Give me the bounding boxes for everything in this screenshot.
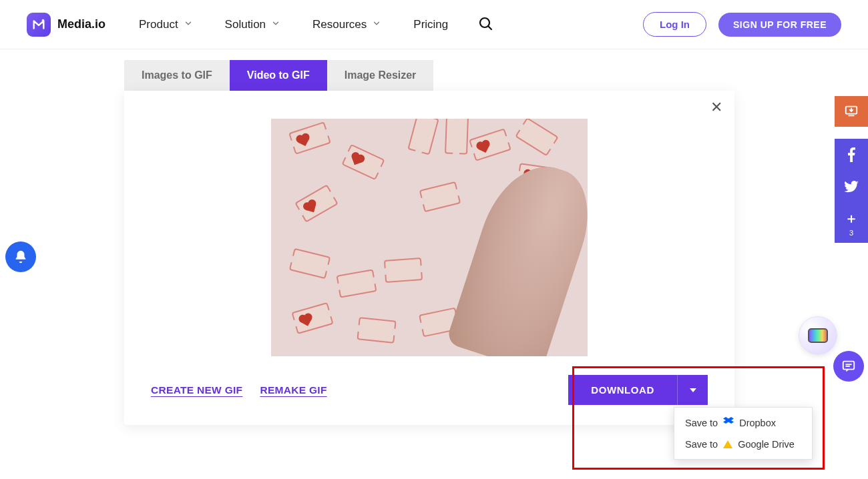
download-button[interactable]: DOWNLOAD	[568, 375, 677, 405]
save-to-dropbox[interactable]: Save to Dropbox	[674, 412, 812, 434]
rail-more-share[interactable]: ＋ 3	[835, 203, 868, 243]
nav-solution[interactable]: Solution	[225, 18, 280, 31]
download-menu-toggle[interactable]	[677, 375, 708, 405]
signup-button[interactable]: SIGN UP FOR FREE	[718, 13, 841, 37]
chat-icon	[841, 359, 856, 374]
chevron-down-icon	[372, 18, 381, 31]
nav-resources[interactable]: Resources	[312, 18, 381, 31]
rail-download-icon[interactable]	[835, 96, 868, 127]
svg-rect-5	[843, 362, 855, 370]
bell-icon	[13, 250, 28, 264]
download-dropdown: Save to Dropbox Save to Google Drive	[674, 407, 813, 460]
chevron-down-icon	[271, 18, 280, 31]
dd-prefix: Save to	[685, 439, 718, 450]
tab-images-to-gif[interactable]: Images to GIF	[124, 60, 230, 91]
share-count: 3	[849, 229, 853, 237]
rail-facebook-icon[interactable]	[835, 139, 868, 171]
download-group: DOWNLOAD	[568, 375, 708, 405]
chevron-down-icon	[184, 18, 193, 31]
notifications-button[interactable]	[5, 242, 36, 272]
assistant-button[interactable]	[799, 316, 837, 355]
tool-tabs: Images to GIF Video to GIF Image Resizer	[124, 60, 868, 91]
svg-line-2	[489, 26, 492, 29]
header-auth: Log In SIGN UP FOR FREE	[643, 12, 841, 37]
header: Media.io Product Solution Resources Pric…	[0, 0, 868, 49]
rail-twitter-icon[interactable]	[835, 171, 868, 203]
svg-point-0	[42, 19, 45, 21]
tab-video-to-gif[interactable]: Video to GIF	[230, 60, 327, 91]
gif-preview	[271, 119, 588, 356]
plus-icon: ＋	[845, 209, 858, 227]
chat-button[interactable]	[833, 351, 864, 382]
share-rail: ＋ 3	[835, 96, 868, 243]
nav-product[interactable]: Product	[139, 18, 193, 31]
search-icon[interactable]	[477, 15, 493, 34]
google-drive-icon	[723, 440, 732, 448]
brand-logo-icon	[27, 13, 51, 37]
result-card: ✕ CREATE NEW GIF REMAKE GIF DOWNLOAD	[124, 91, 734, 425]
assistant-icon	[808, 328, 828, 343]
action-row: CREATE NEW GIF REMAKE GIF DOWNLOAD	[138, 375, 721, 405]
nav-label: Pricing	[413, 18, 448, 31]
tab-image-resizer[interactable]: Image Resizer	[327, 60, 434, 91]
dd-service: Google Drive	[738, 439, 795, 450]
login-button[interactable]: Log In	[643, 12, 706, 37]
caret-down-icon	[690, 388, 696, 392]
nav-pricing[interactable]: Pricing	[413, 18, 448, 31]
remake-gif-link[interactable]: REMAKE GIF	[260, 384, 327, 396]
dd-service: Dropbox	[739, 418, 776, 428]
save-to-google-drive[interactable]: Save to Google Drive	[674, 434, 812, 455]
primary-nav: Product Solution Resources Pricing	[139, 18, 448, 31]
nav-label: Resources	[312, 18, 367, 31]
dd-prefix: Save to	[685, 418, 718, 428]
brand-logo[interactable]: Media.io	[27, 13, 105, 37]
brand-name: Media.io	[57, 17, 105, 31]
create-new-gif-link[interactable]: CREATE NEW GIF	[151, 384, 242, 396]
close-icon[interactable]: ✕	[710, 99, 722, 116]
nav-label: Solution	[225, 18, 266, 31]
dropbox-icon	[723, 417, 734, 428]
nav-label: Product	[139, 18, 178, 31]
